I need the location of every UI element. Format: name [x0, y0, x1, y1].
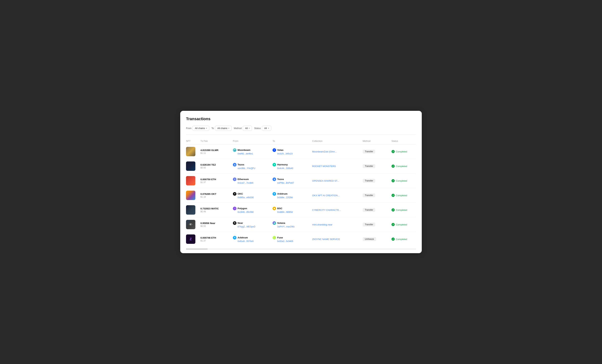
scrollbar-thumb[interactable]: [186, 248, 208, 250]
to-chain-addr[interactable]: 0x5d8e...22f28d: [277, 196, 312, 199]
method-badge: Transfer: [363, 164, 375, 168]
to-chain-name: Arbitrum: [277, 193, 288, 195]
method-filter-select[interactable]: All ▾: [243, 126, 252, 131]
from-chain-addr[interactable]: 0x1ca7...7ccdd4: [237, 182, 272, 184]
to-chain-icon: ▽: [272, 148, 276, 152]
scrollbar-area[interactable]: [186, 248, 416, 250]
collection-link[interactable]: ROCKET MONSTERS: [312, 165, 336, 168]
from-chain-cell: ꜩ Tezos oon3Bd...YXcQFU: [233, 163, 272, 170]
collection-cell: MoonbeamZuki (Glmr...: [312, 150, 363, 153]
tx-fee-cell: 4.815390 GLMR $1.11: [200, 149, 233, 154]
collection-cell: ZKSYNC NAME SERVICE: [312, 237, 363, 241]
to-chain-icon: N: [272, 192, 276, 196]
check-circle-icon: [391, 223, 395, 226]
tx-fee-amount: 4.815390 GLMR: [200, 149, 233, 151]
method-cell: Transfer: [363, 223, 391, 226]
from-chain-addr[interactable]: 0xbf92...de46e1: [237, 152, 272, 155]
status-completed: Completed: [391, 237, 420, 241]
from-chain-addr[interactable]: 874ygZ...MEGpvD: [237, 225, 272, 228]
collection-link[interactable]: MoonbeamZuki (Glmr...: [312, 150, 337, 153]
from-chain-addr[interactable]: 0x91a5...5570c6: [237, 240, 272, 243]
nft-image: [186, 161, 195, 171]
status-cell: Completed: [391, 164, 420, 168]
nft-thumbnail: [186, 191, 200, 200]
collection-link[interactable]: OKX NFT AI CREATION...: [312, 194, 340, 197]
to-chain-cell: N Arbitrum 0x5d8e...22f28d: [272, 192, 312, 199]
from-chain-addr[interactable]: 0x995a...e6b330: [237, 196, 272, 199]
tx-fee-amount: 0.076265 OKT: [200, 193, 233, 195]
to-chain-name: Solana: [277, 222, 285, 224]
to-chain-name: Fuse: [277, 236, 283, 239]
status-cell: Completed: [391, 194, 420, 197]
collection-link[interactable]: OPENSEA SHARED ST...: [312, 180, 339, 182]
tx-fee-cell: 0.95956 Near $0.55: [200, 222, 233, 227]
col-txfee: Tx Fee: [200, 140, 233, 142]
from-filter-select[interactable]: All chains ▾: [193, 126, 209, 131]
to-chain-addr[interactable]: ooPNtz...BvPw67: [277, 182, 312, 184]
collection-link[interactable]: ZKSYNC NAME SERVICE: [312, 238, 340, 241]
to-chain-addr[interactable]: 0xdd64...fd065d: [277, 211, 312, 213]
collection-link[interactable]: mint.sharddog.near: [312, 223, 332, 226]
table-row: 4.815390 GLMR $1.11 🌊 Moonbeam 0xbf92...…: [186, 144, 416, 159]
page-title: Transactions: [186, 117, 416, 121]
to-chain-addr[interactable]: 0x31f3...345c23: [277, 152, 312, 155]
to-chain-cell: ◆ BSC 0xdd64...fd065d: [272, 207, 312, 213]
tx-fee-amount: 0.626194 TEZ: [200, 163, 233, 166]
filters-bar: From All chains ▾ To All chains ▾ Method…: [186, 126, 416, 135]
status-text: Completed: [396, 165, 407, 168]
check-circle-icon: [391, 237, 395, 241]
tx-fee-usd: $0.50: [200, 167, 233, 169]
to-chain-addr[interactable]: 0x4c44...530b40: [277, 167, 312, 170]
nft-image: [186, 191, 195, 200]
nft-image: [186, 205, 195, 215]
status-completed: Completed: [391, 179, 420, 182]
method-filter-group: Method All ▾: [234, 126, 252, 131]
collection-cell: ROCKET MONSTERS: [312, 164, 363, 168]
to-chain-icon: ꜩ: [272, 178, 276, 181]
to-chain-cell: ✦ Harmony 0x4c44...530b40: [272, 163, 312, 170]
to-filter-select[interactable]: All chains ▾: [215, 126, 232, 131]
tx-fee-usd: $1.11: [200, 152, 233, 154]
collection-cell: mint.sharddog.near: [312, 223, 363, 226]
table-row: 👁 0.95956 Near $0.55 N Near 874ygZ...MEG…: [186, 217, 416, 232]
from-chain-addr[interactable]: 0x1846...85c59d: [237, 211, 272, 213]
method-badge: Transfer: [363, 193, 375, 197]
from-chain-addr[interactable]: oon3Bd...YXcQFU: [237, 167, 272, 170]
status-completed: Completed: [391, 223, 420, 226]
nft-thumbnail: 👁: [186, 220, 200, 229]
status-cell: Completed: [391, 237, 420, 241]
status-filter-select[interactable]: All ▾: [262, 126, 271, 131]
to-chain-name: Harmony: [277, 163, 288, 166]
check-circle-icon: [391, 194, 395, 197]
to-chain-icon: ◎: [272, 221, 276, 225]
to-chain-addr[interactable]: 0x52a2...5c9405: [277, 240, 312, 243]
to-filter-group: To All chains ▾: [211, 126, 232, 131]
tx-fee-cell: 0.732823 MATIC $0.49: [200, 207, 233, 213]
tx-fee-amount: 0.000746 ETH: [200, 236, 233, 239]
nft-image: [186, 147, 195, 156]
to-chain-icon: ✦: [272, 163, 276, 167]
status-completed: Completed: [391, 194, 420, 197]
collection-link[interactable]: CYBERCITY CHARACTE...: [312, 209, 341, 211]
to-chain-name: Tezos: [277, 178, 284, 181]
check-circle-icon: [391, 164, 395, 168]
from-chain-icon: ⟠: [233, 178, 236, 181]
method-cell: Transfer: [363, 150, 391, 153]
col-method: Method: [363, 140, 391, 142]
col-from: From: [233, 140, 272, 142]
status-completed: Completed: [391, 150, 420, 153]
status-completed: Completed: [391, 208, 420, 212]
collection-cell: OKX NFT AI CREATION...: [312, 194, 363, 197]
col-to: To: [272, 140, 312, 142]
transactions-card: Transactions From All chains ▾ To All ch…: [180, 111, 422, 253]
nft-thumbnail: [186, 161, 200, 171]
method-badge: Transfer: [363, 223, 375, 226]
status-filter-group: Status All ▾: [254, 126, 271, 131]
to-chain-icon: ◆: [272, 207, 276, 210]
tx-fee-usd: $0.49: [200, 210, 233, 213]
status-cell: Completed: [391, 179, 420, 182]
to-chain-addr[interactable]: 3uPrVY...mav2Wz: [277, 225, 312, 228]
status-cell: Completed: [391, 223, 420, 226]
from-chain-name: Polygon: [237, 207, 247, 210]
tx-fee-amount: 0.732823 MATIC: [200, 207, 233, 210]
